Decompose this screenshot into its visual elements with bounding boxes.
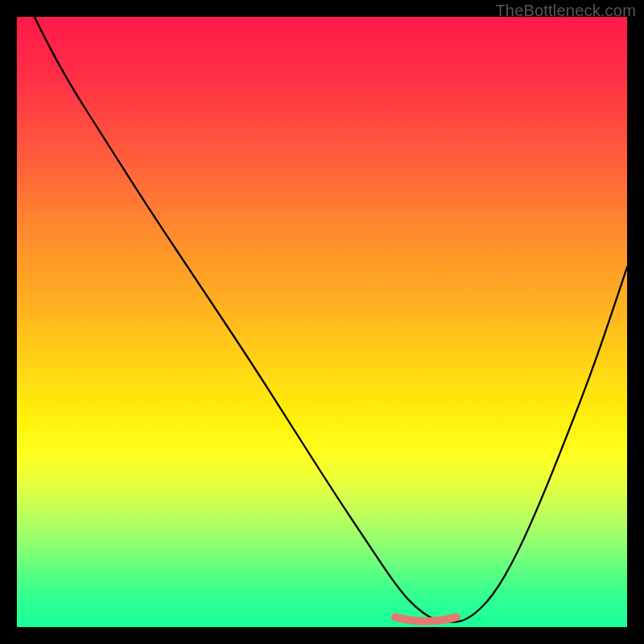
watermark: TheBottleneck.com xyxy=(495,2,636,20)
bottleneck-curve xyxy=(17,17,627,627)
chart-frame: TheBottleneck.com xyxy=(0,0,644,644)
plot-area xyxy=(17,17,627,627)
